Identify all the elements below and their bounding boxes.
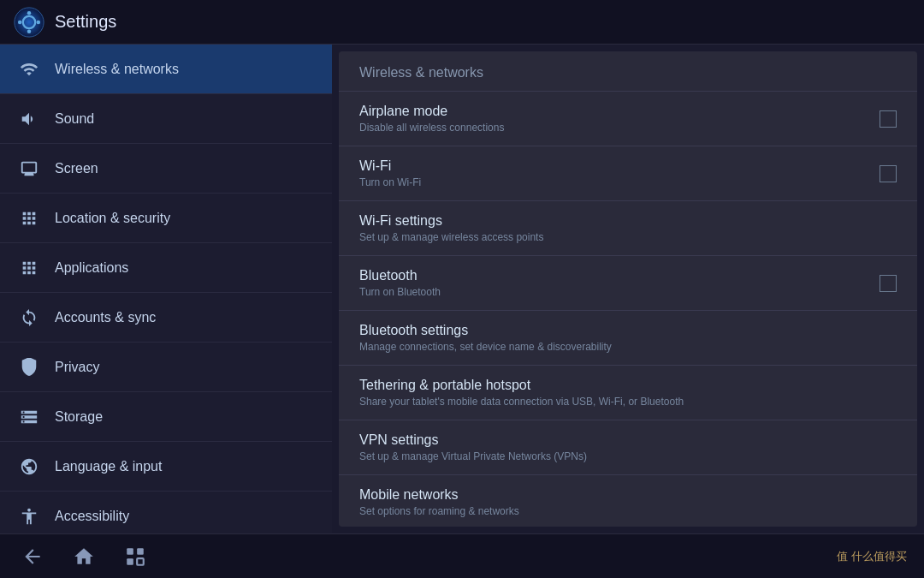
sidebar-label-screen: Screen	[55, 161, 98, 176]
screen-icon	[17, 157, 41, 181]
watermark: 值 什么值得买	[837, 549, 907, 564]
sidebar-label-applications: Applications	[55, 260, 128, 276]
svg-point-4	[18, 20, 22, 24]
content-item-text-airplane: Airplane mode Disable all wireless conne…	[359, 104, 869, 134]
content-item-title-bluetooth-settings: Bluetooth settings	[359, 323, 897, 338]
sidebar-item-applications[interactable]: Applications	[0, 243, 332, 293]
content-item-subtitle-wifi: Turn on Wi-Fi	[359, 176, 869, 188]
content-item-title-tethering: Tethering & portable hotspot	[359, 378, 897, 393]
apps-icon	[17, 256, 41, 280]
sidebar-label-sound: Sound	[55, 111, 94, 127]
sidebar-label-wireless: Wireless & networks	[55, 62, 179, 77]
content-item-airplane[interactable]: Airplane mode Disable all wireless conne…	[339, 92, 917, 146]
content-item-text-wifi: Wi-Fi Turn on Wi-Fi	[359, 158, 869, 188]
privacy-icon	[17, 355, 41, 379]
content-item-text-vpn: VPN settings Set up & manage Virtual Pri…	[359, 432, 897, 462]
sidebar-label-language: Language & input	[55, 459, 162, 474]
svg-rect-6	[127, 548, 133, 555]
svg-point-5	[37, 20, 41, 24]
language-icon	[17, 455, 41, 479]
accessibility-icon	[17, 504, 41, 528]
sync-icon	[17, 306, 41, 330]
content-item-subtitle-bluetooth: Turn on Bluetooth	[359, 286, 869, 298]
sound-icon	[17, 107, 41, 131]
content-item-text-bluetooth: Bluetooth Turn on Bluetooth	[359, 268, 869, 298]
content-item-text-bluetooth-settings: Bluetooth settings Manage connections, s…	[359, 323, 897, 353]
sidebar-item-storage[interactable]: Storage	[0, 392, 332, 442]
app-header: Settings	[0, 0, 924, 45]
content-item-text-mobile: Mobile networks Set options for roaming …	[359, 487, 897, 517]
sidebar-item-privacy[interactable]: Privacy	[0, 343, 332, 392]
sidebar-label-location: Location & security	[55, 211, 170, 226]
svg-point-2	[27, 10, 32, 15]
svg-rect-9	[137, 558, 144, 565]
content-section-title: Wireless & networks	[339, 51, 917, 92]
content-item-subtitle-wifi-settings: Set up & manage wireless access points	[359, 231, 897, 243]
header-title: Settings	[55, 12, 116, 32]
content-item-bluetooth[interactable]: Bluetooth Turn on Bluetooth	[339, 256, 917, 311]
checkbox-wifi[interactable]	[880, 165, 897, 182]
sidebar-item-language[interactable]: Language & input	[0, 442, 332, 492]
content-item-title-wifi-settings: Wi-Fi settings	[359, 213, 897, 229]
settings-sidebar: Wireless & networks Sound Screen	[0, 45, 332, 533]
content-item-mobile[interactable]: Mobile networks Set options for roaming …	[339, 475, 917, 527]
svg-rect-8	[137, 548, 144, 555]
checkbox-airplane[interactable]	[880, 110, 897, 128]
sidebar-item-sound[interactable]: Sound	[0, 94, 332, 144]
location-icon	[17, 206, 41, 230]
content-item-subtitle-tethering: Share your tablet's mobile data connecti…	[359, 396, 897, 408]
recent-apps-button[interactable]	[120, 541, 151, 572]
settings-app-icon	[14, 7, 44, 38]
sidebar-label-accessibility: Accessibility	[55, 509, 129, 524]
content-item-title-airplane: Airplane mode	[359, 104, 869, 119]
svg-rect-7	[127, 558, 133, 565]
content-item-bluetooth-settings[interactable]: Bluetooth settings Manage connections, s…	[339, 311, 917, 366]
content-item-wifi-settings[interactable]: Wi-Fi settings Set up & manage wireless …	[339, 201, 917, 256]
sidebar-item-location[interactable]: Location & security	[0, 194, 332, 243]
sidebar-label-accounts: Accounts & sync	[55, 310, 156, 325]
content-item-wifi[interactable]: Wi-Fi Turn on Wi-Fi	[339, 146, 917, 201]
content-item-title-vpn: VPN settings	[359, 432, 897, 448]
home-button[interactable]	[68, 541, 99, 572]
main-layout: Wireless & networks Sound Screen	[0, 45, 924, 533]
content-item-subtitle-vpn: Set up & manage Virtual Private Networks…	[359, 450, 897, 462]
content-item-title-mobile: Mobile networks	[359, 487, 897, 503]
content-item-tethering[interactable]: Tethering & portable hotspot Share your …	[339, 366, 917, 420]
content-item-title-wifi: Wi-Fi	[359, 158, 869, 174]
content-item-subtitle-airplane: Disable all wireless connections	[359, 122, 869, 134]
content-item-subtitle-mobile: Set options for roaming & networks	[359, 505, 897, 517]
back-button[interactable]	[17, 541, 48, 572]
sidebar-item-accounts[interactable]: Accounts & sync	[0, 293, 332, 343]
wifi-icon	[17, 57, 41, 81]
content-panel: Wireless & networks Airplane mode Disabl…	[339, 51, 917, 527]
content-item-vpn[interactable]: VPN settings Set up & manage Virtual Pri…	[339, 420, 917, 475]
watermark-text: 值 什么值得买	[837, 549, 907, 564]
bottom-navigation-bar: 值 什么值得买	[0, 533, 924, 578]
sidebar-item-screen[interactable]: Screen	[0, 144, 332, 194]
sidebar-label-privacy: Privacy	[55, 360, 99, 375]
svg-point-3	[27, 29, 32, 33]
sidebar-item-wireless[interactable]: Wireless & networks	[0, 45, 332, 94]
content-item-text-tethering: Tethering & portable hotspot Share your …	[359, 378, 897, 408]
content-item-subtitle-bluetooth-settings: Manage connections, set device name & di…	[359, 341, 897, 353]
checkbox-bluetooth[interactable]	[880, 275, 897, 292]
sidebar-label-storage: Storage	[55, 409, 103, 425]
content-item-text-wifi-settings: Wi-Fi settings Set up & manage wireless …	[359, 213, 897, 243]
storage-icon	[17, 405, 41, 429]
content-item-title-bluetooth: Bluetooth	[359, 268, 869, 283]
sidebar-item-accessibility[interactable]: Accessibility	[0, 492, 332, 533]
